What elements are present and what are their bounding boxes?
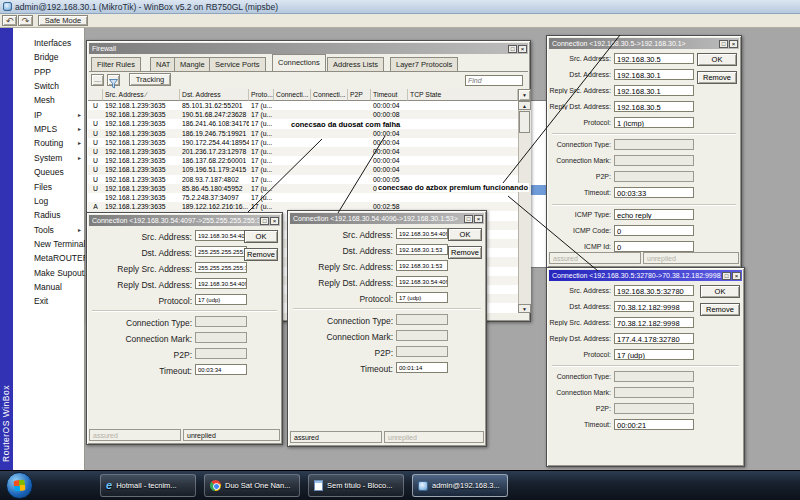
protocol-field[interactable]: 17 (udp) (195, 294, 247, 305)
filter-icon[interactable] (107, 74, 120, 86)
p2p-field[interactable] (614, 403, 694, 414)
src-address-field[interactable]: 192.168.30.54:4097 (195, 230, 247, 241)
sidebar-item-system[interactable]: System▸ (13, 151, 85, 165)
src-address-field[interactable]: 192.168.30.5 (614, 53, 694, 64)
reply-dst-address-field[interactable]: 192.168.30.5 (614, 101, 694, 112)
tab-filter-rules[interactable]: Filter Rules (91, 57, 141, 71)
ok-button[interactable]: OK (448, 228, 482, 241)
p2p-field[interactable] (396, 346, 448, 357)
remove-button[interactable]: Remove (244, 248, 278, 261)
protocol-field[interactable]: 17 (udp) (614, 349, 694, 360)
scroll-thumb[interactable] (519, 111, 530, 133)
tab-layer7-protocols[interactable]: Layer7 Protocols (390, 57, 458, 71)
sidebar-item-switch[interactable]: Switch (13, 79, 85, 93)
taskbar-button-duo-sat-one-nan[interactable]: Duo Sat One Nan... (204, 474, 300, 497)
reply-src-address-field[interactable]: 70.38.12.182:9998 (614, 317, 694, 328)
connection-type-field[interactable] (614, 371, 694, 382)
scroll-up-icon[interactable]: ▲ (518, 101, 531, 110)
sidebar-item-make-supout-rif[interactable]: Make Supout.rif (13, 266, 85, 280)
sidebar-item-manual[interactable]: Manual (13, 280, 85, 294)
dialog-titlebar[interactable]: Connection <192.168.30.54:4097->255.255.… (89, 215, 280, 226)
protocol-field[interactable]: 17 (udp) (396, 292, 448, 303)
connection-row[interactable]: U192.168.1.239:363585.101.31.62:5520117 … (88, 101, 518, 110)
p2p-field[interactable] (195, 348, 247, 359)
p2p-field[interactable] (614, 171, 694, 182)
sidebar-item-exit[interactable]: Exit (13, 294, 85, 308)
sidebar-item-log[interactable]: Log (13, 194, 85, 208)
ok-button[interactable]: OK (244, 230, 278, 243)
maximize-icon[interactable]: □ (508, 45, 517, 53)
connection-mark-field[interactable] (195, 332, 247, 343)
timeout-field[interactable]: 00:03:33 (614, 187, 694, 198)
maximize-icon[interactable]: □ (719, 40, 728, 48)
maximize-icon[interactable]: □ (464, 215, 473, 223)
reply-src-address-field[interactable]: 192.168.30.1 (614, 85, 694, 96)
connection-row[interactable]: U192.168.1.239:3635109.196.51.179:241517… (88, 165, 518, 174)
icmp-code-field[interactable]: 0 (614, 225, 694, 236)
column-header-proto[interactable]: Proto... (249, 89, 274, 101)
maximize-icon[interactable]: □ (260, 217, 269, 225)
dst-address-field[interactable]: 70.38.12.182:9998 (614, 301, 694, 312)
taskbar-button-sem-t-tulo-bloco[interactable]: Sem título - Bloco... (308, 474, 404, 497)
sidebar-item-bridge[interactable]: Bridge (13, 50, 85, 64)
connection-mark-field[interactable] (396, 330, 448, 341)
sidebar-item-metarouter[interactable]: MetaROUTER (13, 251, 85, 265)
connection-type-field[interactable] (614, 139, 694, 150)
connection-mark-field[interactable] (614, 387, 694, 398)
column-header-p2p[interactable]: P2P (348, 89, 371, 101)
sidebar-item-ppp[interactable]: PPP (13, 65, 85, 79)
close-icon[interactable]: × (474, 215, 483, 223)
tracking-button[interactable]: Tracking (129, 73, 171, 86)
remove-button[interactable]: Remove (448, 246, 482, 259)
dst-address-field[interactable]: 255.255.255.255:33123 (195, 246, 247, 257)
ok-button[interactable]: OK (697, 53, 737, 66)
undo-icon[interactable]: ↶ (2, 15, 17, 26)
reply-dst-address-field[interactable]: 192.168.30.54:4096 (396, 276, 448, 287)
reply-src-address-field[interactable]: 192.168.30.1:53 (396, 260, 448, 271)
dst-address-field[interactable]: 192.168.30.1 (614, 69, 694, 80)
icmp-id-field[interactable]: 0 (614, 241, 694, 252)
sidebar-item-routing[interactable]: Routing▸ (13, 136, 85, 150)
connection-row[interactable]: U192.168.1.239:3635190.172.254.44:189541… (88, 138, 518, 147)
timeout-field[interactable]: 00:03:34 (195, 364, 247, 375)
close-icon[interactable]: × (518, 45, 527, 53)
reply-dst-address-field[interactable]: 177.4.4.178:32780 (614, 333, 694, 344)
tab-service-ports[interactable]: Service Ports (209, 57, 266, 71)
sidebar-item-new-terminal[interactable]: New Terminal (13, 237, 85, 251)
timeout-field[interactable]: 00:00:21 (614, 419, 694, 430)
column-header-connecti[interactable]: Connecti... (311, 89, 348, 101)
dialog-titlebar[interactable]: Connection <192.168.30.54:4096->192.168.… (290, 213, 484, 224)
sidebar-item-mesh[interactable]: Mesh (13, 93, 85, 107)
column-dropdown-icon[interactable]: ▼ (518, 89, 531, 101)
connection-type-field[interactable] (396, 314, 448, 325)
connection-row[interactable]: U192.168.1.239:3635186.19.246.75:1992117… (88, 129, 518, 138)
start-button[interactable] (6, 472, 33, 499)
scroll-down-icon[interactable]: ▼ (518, 304, 531, 313)
redo-icon[interactable]: ↷ (18, 15, 33, 26)
dst-address-field[interactable]: 192.168.30.1:53 (396, 244, 448, 255)
tab-connections[interactable]: Connections (272, 54, 326, 71)
column-header-connecti[interactable]: Connecti... (274, 89, 311, 101)
sidebar-item-ip[interactable]: IP▸ (13, 108, 85, 122)
timeout-field[interactable]: 00:01:14 (396, 362, 448, 373)
taskbar-button-admin-192-168-3[interactable]: admin@192.168.3... (412, 474, 508, 497)
vertical-scrollbar[interactable]: ▲ ▼ (518, 101, 531, 313)
taskbar-button-hotmail-tecnim[interactable]: eHotmail - tecnim... (100, 474, 196, 497)
protocol-field[interactable]: 1 (icmp) (614, 117, 694, 128)
connection-row[interactable]: U192.168.1.239:3635186.137.68.22:6000117… (88, 156, 518, 165)
tab-mangle[interactable]: Mangle (174, 57, 211, 71)
sidebar-item-radius[interactable]: Radius (13, 208, 85, 222)
maximize-icon[interactable]: □ (722, 272, 731, 280)
sidebar-item-interfaces[interactable]: Interfaces (13, 36, 85, 50)
dialog-titlebar[interactable]: Connection <192.168.30.5:32780->70.38.12… (549, 270, 742, 281)
close-icon[interactable]: × (270, 217, 279, 225)
remove-connection-button[interactable]: — (91, 74, 104, 86)
sidebar-item-queues[interactable]: Queues (13, 165, 85, 179)
sidebar-item-tools[interactable]: Tools▸ (13, 223, 85, 237)
find-input[interactable] (465, 75, 523, 86)
close-icon[interactable]: × (729, 40, 738, 48)
sidebar-item-files[interactable]: Files (13, 180, 85, 194)
reply-src-address-field[interactable]: 255.255.255.255:33123 (195, 262, 247, 273)
connection-type-field[interactable] (195, 316, 247, 327)
src-address-field[interactable]: 192.168.30.5:32780 (614, 285, 694, 296)
